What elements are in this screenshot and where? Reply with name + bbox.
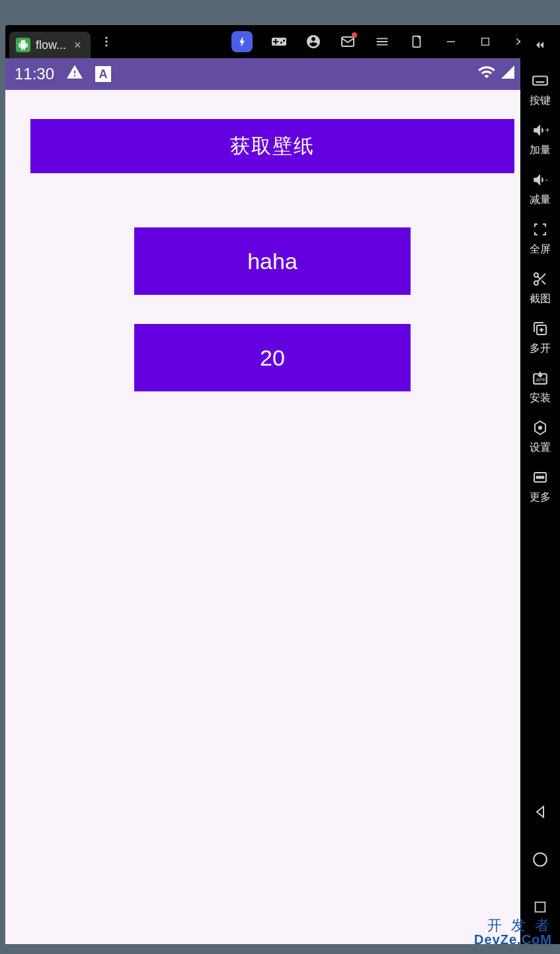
emulator-sidebar: 按键 + 加量 - 减量 全屏 截图 多开 APK 安装 (520, 25, 560, 944)
sidebar-label: 设置 (530, 441, 551, 455)
volume-down-icon: - (531, 171, 549, 189)
svg-rect-5 (447, 41, 455, 42)
rotate-icon[interactable] (409, 34, 424, 50)
device-tab[interactable]: flow... × (9, 32, 91, 58)
sidebar-item-keys[interactable]: 按键 (530, 71, 551, 108)
gamepad-icon[interactable] (271, 34, 287, 50)
apk-install-icon: APK (531, 369, 549, 387)
sidebar-item-volume-up[interactable]: + 加量 (530, 121, 551, 157)
svg-point-10 (534, 273, 538, 277)
twenty-button[interactable]: 20 (134, 324, 411, 391)
sidebar-item-install[interactable]: APK 安装 (530, 369, 551, 405)
nav-recent-button[interactable] (530, 896, 551, 918)
sidebar-label: 减量 (530, 193, 551, 207)
sidebar-label: 按键 (530, 94, 551, 108)
svg-text:-: - (545, 175, 548, 184)
sidebar-label: 全屏 (530, 243, 551, 257)
svg-rect-6 (482, 38, 489, 46)
svg-text:APK: APK (536, 377, 546, 383)
sidebar-label: 加量 (530, 143, 551, 157)
tab-close-button[interactable]: × (71, 38, 84, 52)
maximize-button[interactable] (477, 34, 493, 50)
watermark-line1: 开 发 者 (474, 918, 552, 933)
wifi-icon (477, 63, 496, 85)
fullscreen-icon (531, 220, 549, 239)
svg-point-2 (105, 44, 107, 46)
emulator-titlebar: flow... × (5, 25, 540, 58)
status-time: 11:30 (15, 65, 54, 83)
tab-title: flow... (36, 38, 66, 52)
warning-icon (66, 63, 83, 85)
svg-point-18 (537, 477, 539, 479)
a-badge-icon: A (95, 66, 111, 82)
android-icon (16, 38, 30, 52)
account-icon[interactable] (305, 34, 321, 50)
emulator-window: flow... × (5, 25, 540, 944)
svg-point-21 (534, 853, 547, 866)
sidebar-item-more[interactable]: 更多 (530, 468, 551, 504)
svg-point-19 (540, 477, 541, 479)
svg-point-11 (534, 281, 538, 285)
settings-hex-icon (531, 418, 549, 437)
titlebar-actions (231, 31, 536, 52)
android-status-bar: 11:30 A (5, 58, 540, 90)
lightning-icon[interactable] (231, 31, 253, 52)
scissors-icon (531, 270, 549, 288)
tab-menu-button[interactable] (99, 34, 114, 50)
sidebar-item-settings[interactable]: 设置 (530, 418, 551, 455)
svg-point-20 (542, 477, 544, 479)
sidebar-label: 截图 (530, 292, 551, 306)
haha-button[interactable]: haha (134, 227, 411, 295)
sidebar-label: 安装 (530, 391, 551, 405)
sidebar-item-fullscreen[interactable]: 全屏 (530, 220, 551, 257)
app-content: 获取壁纸 haha 20 (5, 90, 540, 944)
signal-icon (500, 64, 516, 84)
sidebar-item-volume-down[interactable]: - 减量 (530, 171, 551, 207)
phone-screen: 11:30 A 获取壁纸 haha 20 (5, 58, 540, 944)
volume-up-icon: + (531, 121, 549, 139)
sidebar-label: 更多 (530, 491, 551, 504)
svg-rect-7 (533, 77, 547, 85)
svg-text:+: + (545, 125, 549, 135)
svg-rect-22 (536, 902, 545, 912)
svg-point-1 (105, 40, 107, 42)
sidebar-item-multi[interactable]: 多开 (530, 319, 551, 356)
keyboard-icon (531, 71, 549, 90)
watermark: 开 发 者 DevZe.CoM (474, 918, 552, 946)
multi-instance-icon (531, 319, 549, 338)
svg-point-16 (539, 426, 541, 429)
more-icon (531, 468, 549, 487)
mail-icon[interactable] (340, 34, 356, 50)
sidebar-item-screenshot[interactable]: 截图 (530, 270, 551, 306)
get-wallpaper-button[interactable]: 获取壁纸 (30, 119, 514, 173)
minimize-button[interactable] (443, 34, 459, 50)
sidebar-label: 多开 (530, 342, 551, 356)
nav-home-button[interactable] (530, 849, 551, 870)
watermark-line2: DevZe.CoM (474, 933, 552, 946)
menu-icon[interactable] (374, 34, 390, 50)
nav-back-button[interactable] (530, 801, 551, 822)
svg-point-0 (105, 37, 107, 39)
collapse-sidebar-button[interactable] (527, 32, 553, 58)
